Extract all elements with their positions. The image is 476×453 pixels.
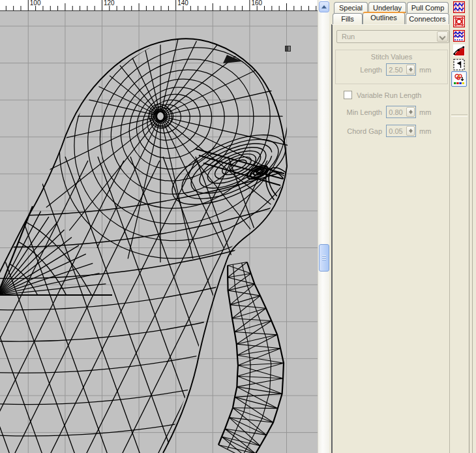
variable-run-length-label: Variable Run Length bbox=[357, 91, 421, 99]
svg-text:160: 160 bbox=[251, 0, 262, 7]
right-edge-strip bbox=[470, 0, 476, 453]
thread-colors-icon[interactable] bbox=[451, 71, 467, 87]
outline-type-dropdown[interactable]: Run bbox=[336, 30, 449, 43]
min-length-field[interactable]: 0.80 bbox=[386, 106, 416, 118]
spin-down-icon bbox=[409, 69, 413, 72]
fill-stitch-icon[interactable] bbox=[453, 30, 465, 42]
min-length-spinner[interactable] bbox=[406, 107, 415, 117]
scroll-up-arrow-icon bbox=[321, 5, 327, 8]
selection-handle[interactable] bbox=[285, 46, 291, 52]
chord-gap-unit: mm bbox=[419, 127, 431, 135]
outline-type-value: Run bbox=[342, 33, 355, 40]
svg-text:140: 140 bbox=[177, 0, 188, 7]
tab-pull-comp[interactable]: Pull Comp bbox=[407, 2, 449, 13]
chord-gap-value: 0.05 bbox=[387, 127, 405, 135]
group-title: Stitch Values bbox=[336, 53, 447, 61]
spin-down-icon bbox=[409, 131, 413, 133]
scroll-up-button[interactable] bbox=[319, 1, 329, 12]
panel-divider bbox=[472, 0, 473, 453]
applique-icon[interactable] bbox=[453, 44, 465, 56]
tab-special[interactable]: Special bbox=[334, 2, 368, 13]
ruler-ticks: 100120140160 bbox=[0, 0, 318, 11]
stitch-type-toolbar bbox=[450, 0, 469, 453]
application-window: 100120140160 Special Underlay Pull Comp … bbox=[0, 0, 476, 453]
length-label: Length bbox=[339, 66, 382, 74]
min-length-unit: mm bbox=[419, 108, 431, 116]
min-length-value: 0.80 bbox=[387, 108, 405, 116]
svg-text:120: 120 bbox=[104, 0, 115, 7]
tab-fills[interactable]: Fills bbox=[333, 13, 363, 24]
tab-outlines[interactable]: Outlines bbox=[363, 12, 405, 24]
length-value: 2.50 bbox=[387, 66, 405, 74]
chord-gap-label: Chord Gap bbox=[339, 127, 382, 135]
variable-run-length-checkbox[interactable] bbox=[344, 91, 352, 99]
chevron-down-icon bbox=[439, 34, 446, 40]
object-select-flag-icon[interactable] bbox=[453, 59, 465, 70]
length-unit: mm bbox=[419, 66, 431, 74]
chord-gap-spinner[interactable] bbox=[406, 126, 415, 136]
tab-connectors[interactable]: Connectors bbox=[406, 13, 449, 24]
svg-text:100: 100 bbox=[30, 0, 41, 7]
outlines-tab-page: Run Stitch Values Length 2.50 mm Variabl… bbox=[331, 24, 450, 453]
horizontal-ruler: 100120140160 bbox=[0, 0, 318, 11]
toolbar-separator bbox=[451, 114, 468, 117]
satin-stitch-icon[interactable] bbox=[453, 1, 465, 13]
min-length-label: Min Length bbox=[339, 108, 382, 116]
length-spinner[interactable] bbox=[406, 65, 415, 74]
vertical-scrollbar[interactable] bbox=[318, 0, 329, 453]
motif-fill-icon[interactable] bbox=[453, 16, 465, 27]
chord-gap-field[interactable]: 0.05 bbox=[386, 125, 416, 137]
length-field[interactable]: 2.50 bbox=[386, 63, 416, 76]
dropdown-arrow-button[interactable] bbox=[437, 31, 448, 42]
dolphin-mesh-canvas[interactable] bbox=[0, 11, 318, 453]
spin-down-icon bbox=[409, 112, 413, 114]
scrollbar-thumb[interactable] bbox=[319, 244, 329, 272]
design-canvas[interactable]: 100120140160 bbox=[0, 0, 318, 453]
